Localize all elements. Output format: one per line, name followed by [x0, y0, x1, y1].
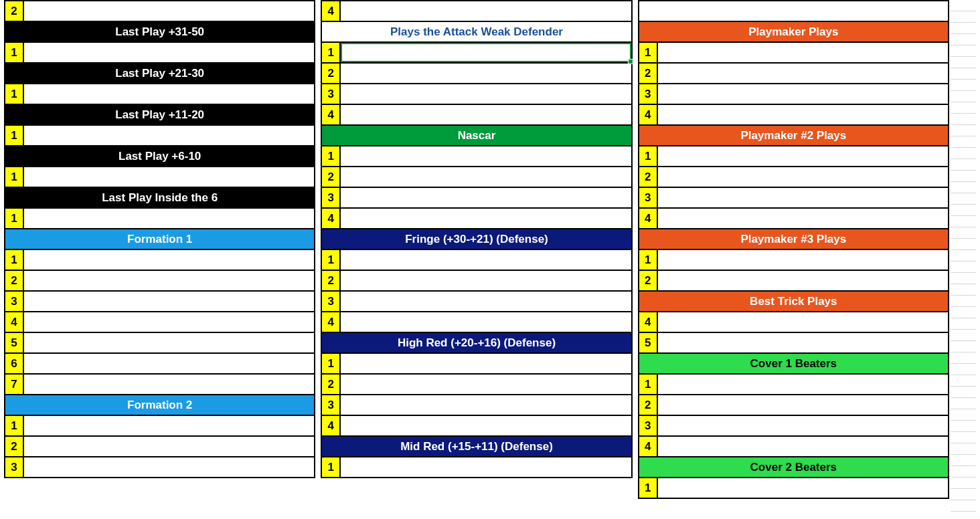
- table-row[interactable]: 3: [4, 290, 315, 312]
- cell[interactable]: [341, 250, 631, 270]
- header-last-play-31-50[interactable]: Last Play +31-50: [4, 21, 315, 43]
- selected-cell[interactable]: [341, 43, 631, 62]
- table-row[interactable]: 1: [638, 373, 949, 395]
- cell[interactable]: [658, 478, 948, 498]
- header-cover-1[interactable]: Cover 1 Beaters: [638, 352, 949, 375]
- cell[interactable]: [658, 312, 948, 332]
- table-row[interactable]: 2: [638, 394, 949, 416]
- table-row[interactable]: 3: [321, 83, 632, 105]
- table-row[interactable]: 1: [638, 249, 949, 271]
- cell[interactable]: [658, 188, 948, 207]
- cell[interactable]: [658, 167, 948, 187]
- table-row[interactable]: 1: [321, 145, 632, 167]
- cell[interactable]: [24, 84, 314, 104]
- header-last-play-inside-6[interactable]: Last Play Inside the 6: [4, 187, 315, 209]
- cell[interactable]: [341, 209, 631, 228]
- cell[interactable]: [341, 1, 631, 21]
- table-row[interactable]: 3: [321, 394, 632, 416]
- cell[interactable]: [24, 457, 314, 477]
- table-row[interactable]: 4: [638, 435, 949, 457]
- cell[interactable]: [24, 333, 314, 352]
- cell[interactable]: [658, 333, 948, 352]
- cell[interactable]: [658, 416, 948, 435]
- table-row[interactable]: 2: [321, 270, 632, 292]
- table-row[interactable]: 1: [638, 145, 949, 167]
- header-playmaker-2[interactable]: Playmaker #2 Plays: [638, 124, 949, 146]
- table-row[interactable]: 4: [638, 311, 949, 333]
- table-row[interactable]: 4: [321, 207, 632, 229]
- header-formation-1[interactable]: Formation 1: [4, 228, 315, 250]
- cell[interactable]: [24, 43, 314, 62]
- table-row[interactable]: 1: [4, 249, 315, 271]
- table-row[interactable]: 3: [638, 187, 949, 209]
- cell[interactable]: [341, 312, 631, 332]
- table-row[interactable]: 2: [4, 270, 315, 292]
- table-row[interactable]: 2: [638, 62, 949, 84]
- cell[interactable]: [24, 354, 314, 373]
- cell[interactable]: [341, 146, 631, 166]
- table-row[interactable]: 1: [321, 41, 632, 64]
- cell[interactable]: [341, 375, 631, 394]
- cell[interactable]: [341, 416, 631, 435]
- table-row[interactable]: 2: [321, 373, 632, 395]
- cell[interactable]: [341, 292, 631, 311]
- table-row[interactable]: 4: [321, 104, 632, 126]
- table-row[interactable]: 2: [638, 166, 949, 188]
- cell[interactable]: [658, 43, 948, 62]
- cell[interactable]: [341, 188, 631, 207]
- cell[interactable]: [658, 64, 948, 83]
- table-row[interactable]: 2: [4, 0, 315, 22]
- table-row[interactable]: 3: [638, 83, 949, 105]
- cell[interactable]: [658, 375, 948, 394]
- header-last-play-21-30[interactable]: Last Play +21-30: [4, 62, 315, 84]
- cell[interactable]: [341, 105, 631, 124]
- table-row[interactable]: 2: [638, 270, 949, 292]
- cell[interactable]: [341, 354, 631, 373]
- table-row[interactable]: 1: [638, 41, 949, 64]
- cell[interactable]: [658, 250, 948, 270]
- cell[interactable]: [24, 292, 314, 311]
- table-row[interactable]: 1: [4, 83, 315, 105]
- table-row[interactable]: 2: [321, 62, 632, 84]
- table-row[interactable]: 1: [4, 124, 315, 146]
- cell[interactable]: [658, 271, 948, 290]
- cell[interactable]: [341, 271, 631, 290]
- cell[interactable]: [658, 105, 948, 124]
- table-row[interactable]: 5: [4, 332, 315, 354]
- cell[interactable]: [24, 416, 314, 435]
- table-row[interactable]: 3: [321, 290, 632, 312]
- table-row[interactable]: 1: [4, 166, 315, 188]
- table-row[interactable]: 3: [638, 415, 949, 437]
- table-row[interactable]: 1: [321, 249, 632, 271]
- table-row[interactable]: 4: [638, 104, 949, 126]
- cell[interactable]: [24, 271, 314, 290]
- cell[interactable]: [658, 209, 948, 228]
- header-trick-plays[interactable]: Best Trick Plays: [638, 290, 949, 312]
- selection-handle-icon[interactable]: [628, 59, 633, 64]
- cell[interactable]: [24, 126, 314, 145]
- cell[interactable]: [341, 64, 631, 83]
- header-last-play-11-20[interactable]: Last Play +11-20: [4, 104, 315, 126]
- table-row[interactable]: 3: [321, 187, 632, 209]
- table-row[interactable]: 4: [321, 415, 632, 437]
- header-playmaker[interactable]: Playmaker Plays: [638, 21, 949, 43]
- header-nascar[interactable]: Nascar: [321, 124, 632, 146]
- header-formation-2[interactable]: Formation 2: [4, 394, 315, 416]
- header-mid-red[interactable]: Mid Red (+15-+11) (Defense): [321, 435, 632, 457]
- table-row[interactable]: 4: [321, 311, 632, 333]
- table-row[interactable]: 4: [638, 207, 949, 229]
- cell[interactable]: [658, 437, 948, 456]
- table-row[interactable]: 1: [4, 41, 315, 64]
- table-row[interactable]: 3: [4, 456, 315, 478]
- table-row[interactable]: 4: [321, 0, 632, 22]
- table-row[interactable]: 1: [321, 352, 632, 375]
- cell[interactable]: [24, 437, 314, 456]
- header-cover-2[interactable]: Cover 2 Beaters: [638, 456, 949, 478]
- table-row[interactable]: 1: [638, 477, 949, 499]
- cell[interactable]: [341, 167, 631, 187]
- table-row[interactable]: 2: [321, 166, 632, 188]
- cell[interactable]: [341, 457, 631, 477]
- table-row[interactable]: 1: [4, 207, 315, 229]
- table-row[interactable]: 1: [4, 415, 315, 437]
- cell[interactable]: [658, 146, 948, 166]
